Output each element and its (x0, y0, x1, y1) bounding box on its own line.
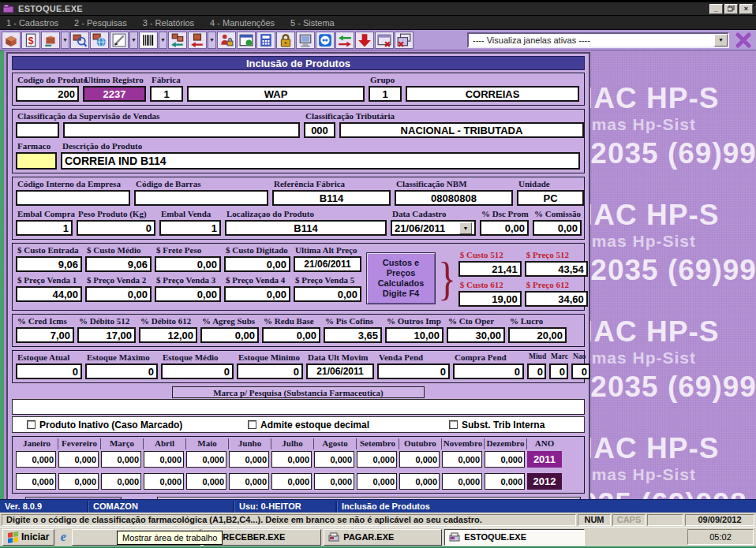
month-value-input[interactable]: 0,000 (58, 473, 99, 490)
month-value-input[interactable]: 0,000 (229, 451, 269, 468)
comissao-input[interactable]: 0,00 (533, 220, 582, 236)
dsc-prom-input[interactable]: 0,00 (480, 220, 529, 236)
stock-in-icon[interactable] (168, 32, 187, 49)
debito-612-input[interactable]: 12,00 (139, 327, 197, 343)
class-nbm-input[interactable]: 08080808 (395, 190, 513, 206)
download-arrow-icon[interactable] (355, 32, 374, 49)
stock-out-icon[interactable] (188, 32, 207, 49)
product-out-icon[interactable] (41, 32, 60, 49)
menu-manutencoes[interactable]: 4 - Manutenções (210, 18, 275, 28)
month-value-input[interactable]: 0,000 (16, 473, 56, 490)
month-value-input[interactable]: 0,000 (314, 451, 354, 468)
month-value-input[interactable]: 0,000 (442, 451, 482, 468)
agreg-subs-input[interactable]: 0,00 (200, 327, 259, 343)
month-value-input[interactable]: 0,000 (399, 451, 440, 468)
grava-button[interactable]: Grava (F7) (25, 497, 122, 499)
remote-support-icon[interactable] (316, 32, 335, 49)
month-value-input[interactable]: 0,000 (186, 473, 226, 490)
barcode-icon[interactable] (139, 32, 158, 49)
month-value-input[interactable]: 0,000 (271, 473, 312, 490)
taskbar-button-estoque[interactable]: ESTOQUE.EXE (444, 529, 585, 546)
preco-venda3-input[interactable]: 0,00 (155, 286, 221, 302)
codigo-barras-input[interactable] (134, 190, 268, 206)
peso-produto-input[interactable]: 0 (77, 220, 155, 236)
checkbox-produto-inativo[interactable]: Produto Inativo (Caso Marcado) (27, 419, 248, 431)
month-value-input[interactable]: 0,000 (144, 451, 184, 468)
calendar-dropdown-icon[interactable]: ▼ (459, 222, 472, 234)
embal-venda-input[interactable]: 1 (159, 220, 221, 236)
month-value-input[interactable]: 0,000 (442, 473, 482, 490)
class-tributaria-code-input[interactable]: 000 (304, 122, 335, 138)
report-editor-icon[interactable] (110, 32, 129, 49)
active-windows-select[interactable]: ---- Visualiza janelas ativas ---- ▼ (467, 32, 729, 48)
checkbox-icon[interactable] (449, 420, 458, 429)
estoque-minimo-input[interactable]: 0 (237, 363, 303, 379)
embal-compra-input[interactable]: 1 (16, 220, 73, 236)
preco-venda5-input[interactable]: 0,00 (294, 286, 361, 302)
month-value-input[interactable]: 0,000 (101, 451, 141, 468)
month-value-input[interactable]: 0,000 (186, 451, 226, 468)
preco-venda4-input[interactable]: 0,00 (224, 286, 290, 302)
nao-input[interactable]: 0 (571, 363, 590, 379)
taskbar-button-pagar[interactable]: PAGAR.EXE (324, 529, 442, 546)
month-value-input[interactable]: 0,000 (485, 451, 525, 468)
checkbox-icon[interactable] (248, 420, 256, 429)
dropdown-arrow-icon[interactable]: ▼ (208, 32, 216, 49)
ref-fabrica-input[interactable]: B114 (272, 190, 391, 206)
transfer-arrows-icon[interactable] (335, 32, 354, 49)
grupo-code-input[interactable]: 1 (369, 86, 402, 102)
price-document-icon[interactable]: $ (21, 32, 40, 49)
custo-medio-input[interactable]: 9,06 (85, 256, 152, 272)
redu-base-input[interactable]: 0,00 (262, 327, 320, 343)
dropdown-arrow-icon[interactable]: ▼ (129, 32, 138, 49)
month-value-input[interactable]: 0,000 (357, 473, 397, 490)
codigo-produto-input[interactable]: 200 (16, 86, 79, 102)
copy-product-button[interactable]: Clique aqui ou digite (F5) incluir produ… (157, 497, 581, 499)
product-search-icon[interactable] (70, 32, 89, 49)
custo-digitado-input[interactable]: 0,00 (224, 256, 290, 272)
menu-sistema[interactable]: 5 - Sistema (290, 18, 335, 28)
start-button[interactable]: Iniciar (2, 529, 54, 546)
lucro-input[interactable]: 20,00 (508, 327, 567, 343)
estoque-atual-input[interactable]: 0 (16, 363, 82, 379)
month-value-input[interactable]: 0,000 (271, 451, 312, 468)
close-form-icon[interactable] (732, 31, 754, 49)
close-window-icon[interactable] (375, 32, 394, 49)
estoque-medio-input[interactable]: 0 (161, 363, 234, 379)
calculator-icon[interactable] (256, 32, 275, 49)
data-cadastro-input[interactable]: 21/06/2011▼ (391, 220, 476, 236)
descricao-input[interactable]: CORREIA IND B114 (61, 152, 580, 170)
month-value-input[interactable]: 0,000 (101, 473, 141, 490)
menu-relatorios[interactable]: 3 - Relatórios (143, 18, 194, 28)
internet-explorer-icon[interactable]: e (54, 529, 72, 546)
farmaco-input[interactable] (16, 152, 57, 170)
miud-input[interactable]: 0 (527, 363, 546, 379)
month-value-input[interactable]: 0,000 (229, 473, 269, 490)
calc-prices-button[interactable]: Custos e Preços Calculados Digite F4 (366, 252, 436, 304)
month-value-input[interactable]: 0,000 (399, 473, 440, 490)
debito-512-input[interactable]: 17,00 (77, 327, 136, 343)
dropdown-arrow-icon[interactable]: ▼ (159, 32, 167, 49)
estoque-maximo-input[interactable]: 0 (85, 363, 158, 379)
checkbox-subst-trib[interactable]: Subst. Trib Interna (449, 419, 545, 431)
checkbox-icon[interactable] (27, 420, 36, 429)
month-value-input[interactable]: 0,000 (314, 473, 354, 490)
product-box-icon[interactable] (2, 32, 21, 49)
cred-icms-input[interactable]: 7,00 (16, 327, 74, 343)
minimize-button[interactable]: _ (709, 4, 723, 14)
class-supervisao-code-input[interactable] (16, 122, 59, 138)
cto-oper-input[interactable]: 30,00 (447, 327, 505, 343)
month-value-input[interactable]: 0,000 (357, 451, 397, 468)
preco-venda1-input[interactable]: 44,00 (16, 286, 82, 302)
unidade-input[interactable]: PC (517, 190, 584, 206)
frete-peso-input[interactable]: 0,00 (155, 256, 221, 272)
preco-venda2-input[interactable]: 0,00 (85, 286, 152, 302)
marc-input[interactable]: 0 (549, 363, 568, 379)
dropdown-arrow-icon[interactable]: ▼ (61, 32, 69, 49)
pis-cofins-input[interactable]: 3,65 (324, 327, 382, 343)
close-all-windows-icon[interactable] (395, 32, 414, 49)
window-explorer-icon[interactable] (237, 32, 256, 49)
chevron-down-icon[interactable]: ▼ (714, 34, 728, 47)
month-value-input[interactable]: 0,000 (58, 451, 99, 468)
close-button[interactable]: × (739, 4, 753, 14)
